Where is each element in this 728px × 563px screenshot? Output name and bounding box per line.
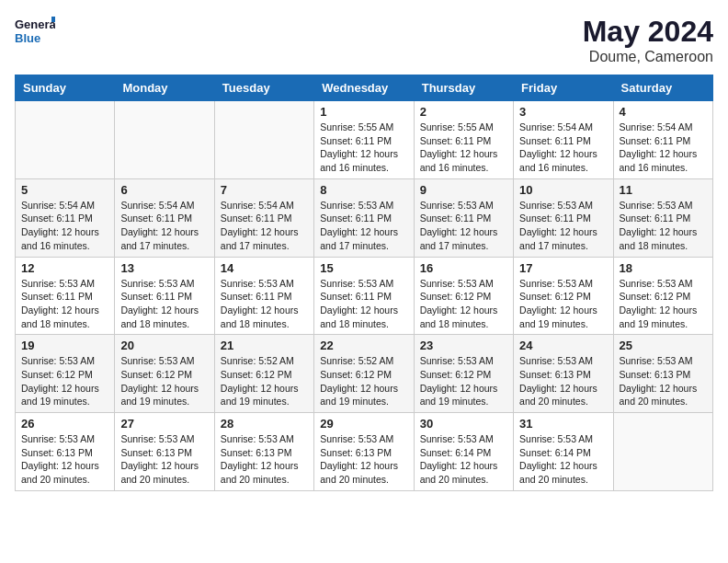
day-number: 16 xyxy=(420,261,507,275)
day-info: Sunrise: 5:53 AMSunset: 6:13 PMDaylight:… xyxy=(221,432,308,487)
day-number: 8 xyxy=(320,183,407,197)
day-info: Sunrise: 5:53 AMSunset: 6:14 PMDaylight:… xyxy=(519,432,607,487)
day-info: Sunrise: 5:54 AMSunset: 6:11 PMDaylight:… xyxy=(620,121,707,175)
calendar-cell: 26Sunrise: 5:53 AMSunset: 6:13 PMDayligh… xyxy=(16,413,115,491)
logo: General Blue xyxy=(15,15,55,48)
day-info: Sunrise: 5:54 AMSunset: 6:11 PMDaylight:… xyxy=(120,199,208,253)
calendar-cell: 3Sunrise: 5:54 AMSunset: 6:11 PMDaylight… xyxy=(514,101,613,179)
calendar-cell: 5Sunrise: 5:54 AMSunset: 6:11 PMDaylight… xyxy=(16,178,115,257)
day-number: 21 xyxy=(221,339,308,352)
day-info: Sunrise: 5:53 AMSunset: 6:11 PMDaylight:… xyxy=(221,277,308,331)
month-year: May 2024 xyxy=(583,15,713,49)
svg-text:Blue: Blue xyxy=(15,31,40,45)
day-number: 25 xyxy=(620,339,707,352)
day-info: Sunrise: 5:53 AMSunset: 6:13 PMDaylight:… xyxy=(21,432,108,487)
calendar-cell: 4Sunrise: 5:54 AMSunset: 6:11 PMDaylight… xyxy=(613,101,712,179)
calendar-cell: 27Sunrise: 5:53 AMSunset: 6:13 PMDayligh… xyxy=(115,413,214,491)
day-number: 23 xyxy=(420,339,507,352)
day-info: Sunrise: 5:53 AMSunset: 6:11 PMDaylight:… xyxy=(120,277,208,331)
calendar-cell: 23Sunrise: 5:53 AMSunset: 6:12 PMDayligh… xyxy=(414,335,513,413)
weekday-header: Monday xyxy=(115,75,214,101)
calendar-cell: 9Sunrise: 5:53 AMSunset: 6:11 PMDaylight… xyxy=(414,178,513,257)
day-number: 17 xyxy=(519,261,607,275)
calendar-cell: 18Sunrise: 5:53 AMSunset: 6:12 PMDayligh… xyxy=(613,257,712,335)
day-number: 29 xyxy=(320,417,407,431)
day-info: Sunrise: 5:54 AMSunset: 6:11 PMDaylight:… xyxy=(21,199,108,253)
day-number: 7 xyxy=(221,183,308,197)
calendar-week-row: 1Sunrise: 5:55 AMSunset: 6:11 PMDaylight… xyxy=(16,101,713,179)
calendar-cell: 11Sunrise: 5:53 AMSunset: 6:11 PMDayligh… xyxy=(613,178,712,257)
calendar-cell: 13Sunrise: 5:53 AMSunset: 6:11 PMDayligh… xyxy=(115,257,214,335)
day-info: Sunrise: 5:53 AMSunset: 6:12 PMDaylight:… xyxy=(420,277,507,331)
day-number: 24 xyxy=(519,339,607,352)
day-info: Sunrise: 5:54 AMSunset: 6:11 PMDaylight:… xyxy=(221,199,308,253)
day-number: 20 xyxy=(120,339,208,352)
calendar-cell: 10Sunrise: 5:53 AMSunset: 6:11 PMDayligh… xyxy=(514,178,613,257)
day-info: Sunrise: 5:53 AMSunset: 6:12 PMDaylight:… xyxy=(420,354,507,408)
calendar-cell: 29Sunrise: 5:53 AMSunset: 6:13 PMDayligh… xyxy=(314,413,414,491)
calendar-cell: 22Sunrise: 5:52 AMSunset: 6:12 PMDayligh… xyxy=(314,335,414,413)
day-number: 13 xyxy=(120,261,208,275)
location: Doume, Cameroon xyxy=(583,49,713,65)
day-info: Sunrise: 5:55 AMSunset: 6:11 PMDaylight:… xyxy=(420,121,507,175)
day-number: 12 xyxy=(21,261,108,275)
day-info: Sunrise: 5:53 AMSunset: 6:13 PMDaylight:… xyxy=(519,354,607,408)
calendar-week-row: 19Sunrise: 5:53 AMSunset: 6:12 PMDayligh… xyxy=(16,335,713,413)
calendar-cell: 14Sunrise: 5:53 AMSunset: 6:11 PMDayligh… xyxy=(214,257,313,335)
day-number: 4 xyxy=(620,105,707,119)
calendar-cell: 1Sunrise: 5:55 AMSunset: 6:11 PMDaylight… xyxy=(314,101,414,179)
calendar-cell: 20Sunrise: 5:53 AMSunset: 6:12 PMDayligh… xyxy=(115,335,214,413)
calendar-week-row: 12Sunrise: 5:53 AMSunset: 6:11 PMDayligh… xyxy=(16,257,713,335)
day-info: Sunrise: 5:53 AMSunset: 6:11 PMDaylight:… xyxy=(420,199,507,253)
day-info: Sunrise: 5:53 AMSunset: 6:12 PMDaylight:… xyxy=(120,354,208,408)
calendar-cell xyxy=(214,101,313,179)
calendar-week-row: 26Sunrise: 5:53 AMSunset: 6:13 PMDayligh… xyxy=(16,413,713,491)
day-info: Sunrise: 5:53 AMSunset: 6:11 PMDaylight:… xyxy=(620,199,707,253)
day-info: Sunrise: 5:52 AMSunset: 6:12 PMDaylight:… xyxy=(320,354,407,408)
day-number: 1 xyxy=(320,105,407,119)
day-number: 2 xyxy=(420,105,507,119)
day-info: Sunrise: 5:53 AMSunset: 6:14 PMDaylight:… xyxy=(420,432,507,487)
calendar-cell: 12Sunrise: 5:53 AMSunset: 6:11 PMDayligh… xyxy=(16,257,115,335)
day-info: Sunrise: 5:53 AMSunset: 6:11 PMDaylight:… xyxy=(21,277,108,331)
day-info: Sunrise: 5:55 AMSunset: 6:11 PMDaylight:… xyxy=(320,121,407,175)
day-number: 28 xyxy=(221,417,308,431)
calendar-cell: 7Sunrise: 5:54 AMSunset: 6:11 PMDaylight… xyxy=(214,178,313,257)
calendar-cell: 24Sunrise: 5:53 AMSunset: 6:13 PMDayligh… xyxy=(514,335,613,413)
day-number: 22 xyxy=(320,339,407,352)
weekday-header: Sunday xyxy=(16,75,115,101)
calendar-cell xyxy=(115,101,214,179)
calendar-cell: 21Sunrise: 5:52 AMSunset: 6:12 PMDayligh… xyxy=(214,335,313,413)
calendar-cell: 25Sunrise: 5:53 AMSunset: 6:13 PMDayligh… xyxy=(613,335,712,413)
calendar-cell: 8Sunrise: 5:53 AMSunset: 6:11 PMDaylight… xyxy=(314,178,414,257)
svg-text:General: General xyxy=(15,17,55,31)
day-number: 14 xyxy=(221,261,308,275)
calendar-table: SundayMondayTuesdayWednesdayThursdayFrid… xyxy=(15,75,713,491)
title-block: May 2024 Doume, Cameroon xyxy=(583,15,713,65)
day-number: 10 xyxy=(519,183,607,197)
calendar-cell: 19Sunrise: 5:53 AMSunset: 6:12 PMDayligh… xyxy=(16,335,115,413)
page-header: General Blue May 2024 Doume, Cameroon xyxy=(15,15,713,65)
calendar-cell: 6Sunrise: 5:54 AMSunset: 6:11 PMDaylight… xyxy=(115,178,214,257)
day-info: Sunrise: 5:53 AMSunset: 6:11 PMDaylight:… xyxy=(320,199,407,253)
day-info: Sunrise: 5:52 AMSunset: 6:12 PMDaylight:… xyxy=(221,354,308,408)
day-info: Sunrise: 5:53 AMSunset: 6:13 PMDaylight:… xyxy=(120,432,208,487)
day-info: Sunrise: 5:53 AMSunset: 6:11 PMDaylight:… xyxy=(519,199,607,253)
calendar-cell xyxy=(16,101,115,179)
day-number: 11 xyxy=(620,183,707,197)
day-number: 30 xyxy=(420,417,507,431)
day-number: 3 xyxy=(519,105,607,119)
day-info: Sunrise: 5:53 AMSunset: 6:13 PMDaylight:… xyxy=(320,432,407,487)
day-number: 19 xyxy=(21,339,108,352)
weekday-header: Tuesday xyxy=(214,75,313,101)
day-number: 9 xyxy=(420,183,507,197)
day-info: Sunrise: 5:53 AMSunset: 6:12 PMDaylight:… xyxy=(21,354,108,408)
logo-mark: General Blue xyxy=(15,15,55,48)
calendar-cell: 28Sunrise: 5:53 AMSunset: 6:13 PMDayligh… xyxy=(214,413,313,491)
day-number: 31 xyxy=(519,417,607,431)
weekday-header: Thursday xyxy=(414,75,513,101)
calendar-cell: 30Sunrise: 5:53 AMSunset: 6:14 PMDayligh… xyxy=(414,413,513,491)
calendar-cell: 2Sunrise: 5:55 AMSunset: 6:11 PMDaylight… xyxy=(414,101,513,179)
day-info: Sunrise: 5:54 AMSunset: 6:11 PMDaylight:… xyxy=(519,121,607,175)
logo-svg: General Blue xyxy=(15,15,55,48)
